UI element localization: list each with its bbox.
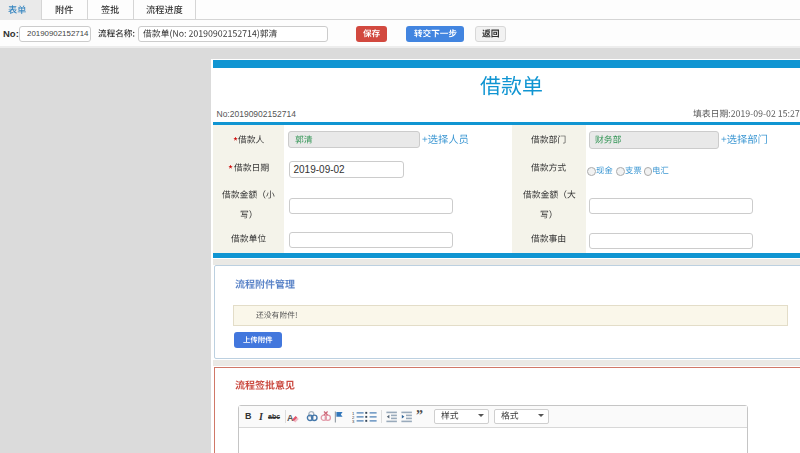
svg-text:A: A <box>287 412 294 422</box>
svg-text:3: 3 <box>352 418 355 422</box>
